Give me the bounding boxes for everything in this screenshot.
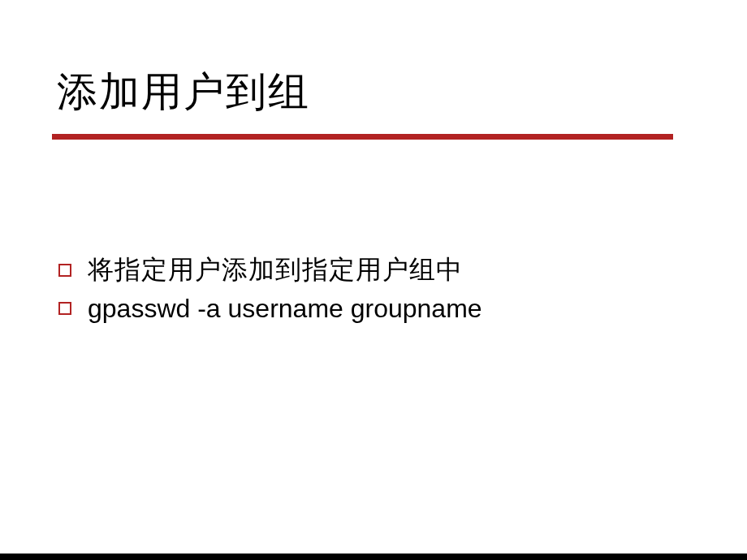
- footer-bar: [0, 554, 747, 560]
- slide-container: 添加用户到组 将指定用户添加到指定用户组中 gpasswd -a usernam…: [0, 0, 747, 560]
- bullet-text: gpasswd -a username groupname: [88, 292, 482, 326]
- square-bullet-icon: [58, 302, 71, 315]
- slide-content: 将指定用户添加到指定用户组中 gpasswd -a username group…: [57, 253, 690, 325]
- title-divider: [52, 134, 673, 140]
- list-item: 将指定用户添加到指定用户组中: [58, 253, 690, 287]
- bullet-text: 将指定用户添加到指定用户组中: [88, 253, 463, 287]
- square-bullet-icon: [58, 264, 71, 277]
- list-item: gpasswd -a username groupname: [58, 292, 690, 326]
- slide-title: 添加用户到组: [57, 65, 690, 119]
